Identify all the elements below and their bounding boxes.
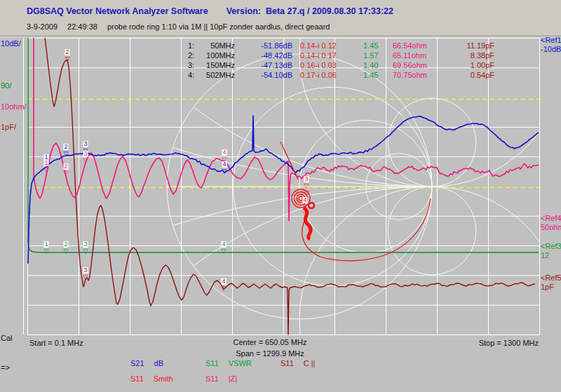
marker-s21-db: -51.86dB xyxy=(245,41,292,50)
marker-impedance: 70.75ohm xyxy=(393,71,427,79)
marker-gamma: 0.16-i 0.03 xyxy=(300,61,337,69)
legend-s21-db[interactable]: S21dB xyxy=(130,359,163,367)
stop-frequency-label: Stop = 1300 MHz xyxy=(449,339,539,347)
center-frequency-label: Center = 650.05 MHz xyxy=(214,338,326,346)
marker-impedance: 65.11ohm xyxy=(393,51,426,60)
legend-s-param: S11 xyxy=(280,359,294,367)
marker-impedance: 69.56ohm xyxy=(393,61,427,69)
marker-frequency: 50MHz xyxy=(191,41,235,50)
legend-s-param: S11 xyxy=(205,374,219,383)
marker-capacitance: 0.54pF xyxy=(452,71,494,79)
legend-format: dB xyxy=(154,359,163,367)
legend-s-param: S21 xyxy=(130,359,144,367)
cal-indicator[interactable]: Cal xyxy=(1,334,13,342)
marker-vswr: 1.40 xyxy=(363,61,378,69)
start-frequency-label: Start = 0.1 MHz xyxy=(29,339,83,347)
marker-capacitance: 11.19pF xyxy=(452,41,494,50)
span-frequency-label: Span = 1299.9 MHz xyxy=(214,349,326,358)
ref3-label[interactable]: <Ref312 xyxy=(541,242,561,260)
marker-vswr: 1.57 xyxy=(363,51,378,60)
ref5-name: <Ref5 xyxy=(541,273,561,282)
smith-grid-circle xyxy=(299,0,561,187)
legend-s-param: S11 xyxy=(205,359,219,367)
smith-grid-circle xyxy=(388,187,476,275)
legend-s11-smith[interactable]: S11Smith xyxy=(130,374,173,383)
prompt-indicator[interactable]: => xyxy=(1,363,10,372)
marker-gamma: 0.14-i 0.12 xyxy=(300,41,337,50)
legend-format: VSWR xyxy=(229,359,252,367)
smith-grid-circle xyxy=(388,98,476,187)
marker-capacitance: 8.38pF xyxy=(452,51,494,60)
marker-vswr: 1.45 xyxy=(363,71,378,79)
ref3-value: 12 xyxy=(541,251,549,259)
marker-gamma: 0.14-i 0.17 xyxy=(300,51,337,60)
marker-s21-db: -48.42dB xyxy=(245,51,292,60)
ref4-label[interactable]: <Ref450ohm xyxy=(541,214,561,232)
legend-s-param: S11 xyxy=(130,374,144,383)
ref5-label[interactable]: <Ref51pF xyxy=(541,273,561,292)
legend-s11-z[interactable]: S11|Z| xyxy=(205,374,237,383)
marker-frequency: 502MHz xyxy=(191,71,235,79)
marker-table-row: 3:150MHz-47.13dB0.16-i 0.031.4069.56ohm1… xyxy=(0,61,561,70)
legend-format: |Z| xyxy=(229,374,237,383)
ref5-value: 1pF xyxy=(541,283,554,291)
scale-label-c[interactable]: 1pF/ xyxy=(1,123,16,131)
scale-label-z[interactable]: 10ohm/ xyxy=(1,102,27,111)
scale-label-phase[interactable]: 90/ xyxy=(1,81,11,90)
marker-impedance: 66.54ohm xyxy=(393,41,427,50)
legend-s11-c[interactable]: S11C || xyxy=(280,359,315,367)
ref4-value: 50ohm xyxy=(541,223,561,231)
smith-grid-circle xyxy=(299,187,561,392)
marker-s21-db: -54.10dB xyxy=(245,71,292,79)
marker-frequency: 150MHz xyxy=(191,61,235,69)
legend-format: C || xyxy=(304,359,316,367)
marker-table-row: 4:502MHz-54.10dB0.17-i 0.061.4570.75ohm0… xyxy=(0,71,561,80)
marker-table-row: 2:100MHz-48.42dB0.14-i 0.171.5765.11ohm8… xyxy=(0,51,561,60)
ref4-name: <Ref4 xyxy=(541,214,561,222)
ref3-name: <Ref3 xyxy=(541,242,561,250)
legend-s11-vswr[interactable]: S11VSWR xyxy=(205,359,252,367)
vnwa-window: DG8SAQ Vector Network Analyzer SoftwareV… xyxy=(0,0,561,392)
marker-vswr: 1.45 xyxy=(363,41,378,50)
marker-gamma: 0.17-i 0.06 xyxy=(300,71,337,79)
marker-frequency: 100MHz xyxy=(191,51,235,60)
s11-smith-circle xyxy=(302,198,431,261)
marker-s21-db: -47.13dB xyxy=(245,61,292,69)
marker-table-row: 1:50MHz-51.86dB0.14-i 0.121.4566.54ohm11… xyxy=(0,41,561,50)
marker-capacitance: 1.00pF xyxy=(452,61,494,69)
legend-format: Smith xyxy=(154,374,173,383)
